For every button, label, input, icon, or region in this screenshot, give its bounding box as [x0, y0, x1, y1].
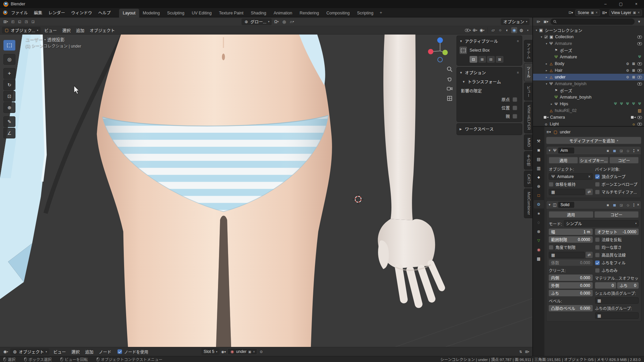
properties-tab[interactable]	[534, 155, 544, 163]
eye-icon[interactable]	[637, 82, 642, 85]
outliner-row-label[interactable]: Hair	[555, 68, 562, 73]
shader-menu-item[interactable]: ビュー	[51, 348, 69, 356]
editor-type-icon[interactable]: ≡▾	[535, 19, 541, 25]
modifier-name-field[interactable]: Solid	[558, 202, 574, 208]
material-slot-dropdown[interactable]: Slot 5 ▾	[201, 348, 220, 355]
breadcrumb-object-name[interactable]: under	[560, 130, 571, 134]
properties-tab[interactable]	[534, 146, 544, 154]
invert-vgroup-button[interactable]: ⇄	[586, 252, 593, 258]
bevel-convex-slider[interactable]: 凸部のベベル0.000	[549, 305, 593, 311]
outliner-row-label[interactable]: Armature	[555, 41, 572, 46]
crease-outer-slider[interactable]: 外側0.000	[549, 282, 593, 289]
bone-green-icon[interactable]	[619, 102, 624, 106]
flip-normals-checkbox[interactable]	[595, 237, 600, 242]
move-modifier-buttons[interactable]: ▲▼	[633, 202, 635, 207]
outliner-row-label[interactable]: Camera	[550, 115, 565, 120]
apply-button[interactable]: 適用	[549, 157, 578, 164]
image-icon[interactable]	[637, 108, 642, 113]
current-tool-row[interactable]: Select Box	[458, 46, 521, 55]
menu-item[interactable]: 編集	[31, 8, 45, 17]
bone-envelopes-checkbox[interactable]	[595, 182, 600, 187]
outliner-row[interactable]: Armature_boyish	[533, 94, 644, 101]
outliner-search-input[interactable]	[550, 18, 635, 25]
multi-modifier-checkbox[interactable]	[595, 190, 600, 194]
workspace-tab[interactable]: Texture Paint	[215, 9, 247, 17]
view-layer-browse-icon[interactable]: ▥▾	[602, 10, 607, 16]
xray-toggle-icon[interactable]: ▱	[490, 27, 496, 33]
visibility-dropdown-icon[interactable]: ▾	[465, 27, 471, 33]
menu-item[interactable]: ウィンドウ	[68, 8, 95, 17]
bone-green-icon[interactable]	[637, 102, 642, 106]
properties-tab[interactable]	[534, 191, 544, 199]
close-button[interactable]: ×	[629, 0, 644, 8]
thickness-slider[interactable]: 幅1 m	[549, 229, 593, 235]
mode-dropdown[interactable]: シンプル ▾	[564, 220, 639, 227]
realtime-toggle-icon[interactable]: ▦	[612, 148, 618, 153]
clear-object-icon[interactable]: ×	[588, 174, 590, 179]
sidebar-tab[interactable]: MatCombiner	[524, 188, 532, 218]
apply-as-shapekey-button[interactable]: シェイプキー...	[579, 157, 608, 164]
blender-menu-icon[interactable]	[2, 10, 8, 16]
copy-button[interactable]: コピー	[594, 211, 639, 218]
material-name-field[interactable]: ◉ under ▣ ×	[227, 348, 257, 355]
factor-slider[interactable]: 係数0.000	[549, 259, 593, 266]
workspace-tab[interactable]: Modeling	[139, 9, 164, 17]
outliner-row[interactable]: ▾ Armature	[533, 40, 644, 47]
shading-wireframe-icon[interactable]: ○	[497, 27, 503, 33]
pin-icon[interactable]: ⊙	[259, 349, 264, 355]
properties-tab[interactable]	[534, 227, 544, 236]
measure-tool[interactable]: ∠	[3, 128, 15, 138]
toggle-checkbox[interactable]	[513, 114, 517, 119]
properties-tab[interactable]	[534, 209, 544, 218]
shading-rendered-icon[interactable]: ◍	[518, 27, 524, 33]
angle-clamp-checkbox[interactable]	[549, 245, 553, 250]
move-tool[interactable]: +	[3, 68, 15, 79]
eye-icon[interactable]	[637, 116, 642, 119]
outliner-row[interactable]: ポーズ	[533, 87, 644, 94]
pivot-option-icon-2[interactable]: ◱	[17, 19, 22, 25]
expander-icon[interactable]: ▾	[539, 35, 544, 39]
pivot-option-icon-3[interactable]: ◳	[24, 19, 29, 25]
shader-menu-item[interactable]: ノード	[96, 348, 114, 356]
armature-modifier-header[interactable]: ▼ Arm ◙ ▦ ◲ ◇ ▲▼ ×	[546, 146, 641, 155]
outliner-row[interactable]: ▸ under	[533, 74, 644, 80]
editor-type-icon[interactable]: ◉▾	[3, 349, 9, 355]
outliner-row[interactable]: Armature	[533, 54, 644, 60]
outliner-row-label[interactable]: under	[555, 75, 566, 79]
properties-tab[interactable]	[534, 164, 544, 172]
select-new-icon[interactable]: ⊡	[470, 56, 477, 63]
snap-node-icon[interactable]: ⇅	[518, 349, 523, 355]
viewport-menu-item[interactable]: オブジェクト	[87, 26, 117, 35]
realtime-toggle-icon[interactable]: ▦	[612, 202, 618, 207]
shell-vgroup-field[interactable]: ▦	[595, 297, 639, 304]
viewport-menu-item[interactable]: 追加	[73, 26, 87, 35]
overlay-node-icon[interactable]: ⊞▾	[525, 349, 530, 355]
sidebar-tab[interactable]: その他	[524, 151, 532, 170]
show-gizmo-icon[interactable]: ⊕▾	[472, 27, 478, 33]
panel-menu-icon[interactable]: ≡	[517, 39, 519, 43]
shading-solid-icon[interactable]: ◐	[504, 27, 510, 33]
workspace-tab[interactable]: Rendering	[296, 9, 323, 17]
expand-icon[interactable]: ▼	[548, 149, 551, 152]
workspace-tab[interactable]: Compositing	[323, 9, 353, 17]
view-layer-selector[interactable]: View Layer ▣ ×	[609, 9, 642, 16]
screen-icon[interactable]	[631, 75, 636, 79]
menu-item[interactable]: ファイル	[8, 8, 31, 17]
modifier-name-field[interactable]: Arm	[558, 147, 574, 154]
preserve-volume-checkbox[interactable]	[549, 182, 553, 187]
editmode-toggle-icon[interactable]: ◲	[619, 148, 624, 153]
hq-normals-checkbox[interactable]	[595, 253, 600, 257]
transform-tool[interactable]: ⊕	[3, 102, 15, 113]
expander-icon[interactable]: ▾	[544, 42, 549, 45]
workspace-tab[interactable]: Animation	[270, 9, 296, 17]
expander-icon[interactable]: ▾	[534, 28, 539, 32]
outliner-row[interactable]: ▾ Armature_boyish	[533, 80, 644, 87]
outliner-row-label[interactable]: Hips	[560, 102, 568, 106]
expander-icon[interactable]: ▸	[549, 102, 554, 106]
unlink-scene-icon[interactable]: ×	[596, 11, 598, 14]
copy-material-icon[interactable]: ▣	[248, 350, 251, 354]
snap-magnet-icon[interactable]: Ω▾	[273, 19, 279, 25]
outliner-row-label[interactable]: Armature_boyish	[560, 95, 592, 100]
invert-vgroup-button[interactable]: ⇄	[586, 189, 593, 195]
expander-icon[interactable]: ▸	[544, 62, 549, 65]
